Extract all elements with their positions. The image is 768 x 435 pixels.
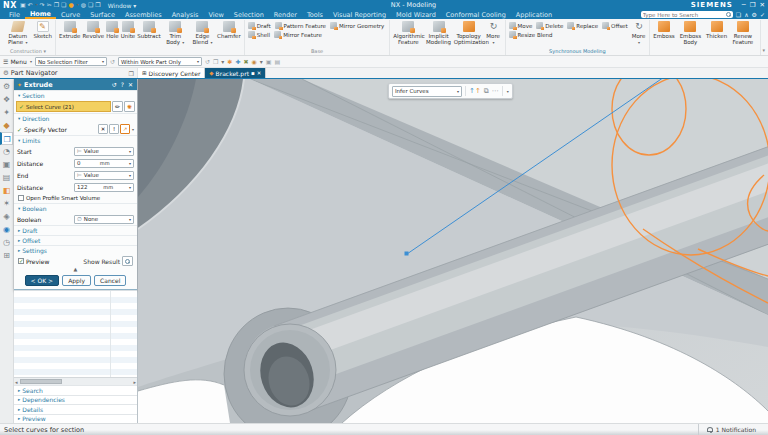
filter-reset-icon[interactable]: ↺	[110, 58, 115, 65]
start-limit-select[interactable]: ⊨Value▾	[74, 147, 134, 156]
offset-group-header[interactable]: ▸Offset	[14, 235, 137, 245]
manufacturing-icon[interactable]: ◈	[0, 210, 13, 223]
more-selection-options-icon[interactable]: ⋯	[492, 85, 499, 97]
3d-viewport[interactable]: Infer Curves▾ ↑↑ ⧉ ⋯ ▾	[138, 79, 768, 423]
ribbon-item-resize-blend[interactable]: Resize Blend	[508, 31, 556, 38]
navigator-section-dependencies[interactable]: ▸Dependencies	[14, 395, 137, 405]
ribbon-item-mirror-geometry[interactable]: Mirror Geometry	[329, 22, 387, 29]
horizontal-scrollbar[interactable]: ◂ ▸	[14, 377, 137, 385]
layers-icon[interactable]: ▤	[0, 171, 13, 184]
ribbon-item-hole[interactable]: Hole	[105, 20, 119, 39]
ok-check-icon[interactable]: ✓	[760, 11, 765, 18]
ribbon-item-replace[interactable]: Replace	[566, 22, 601, 29]
close-button[interactable]: ✕	[760, 1, 765, 9]
ribbon-customize-icon[interactable]: ▾	[761, 20, 768, 55]
vector-dialog-button[interactable]: ↗	[120, 124, 130, 134]
menu-tab-home[interactable]: Home	[25, 10, 56, 19]
clock-icon[interactable]: ◷	[0, 236, 13, 249]
ribbon-item-topology-optimization[interactable]: Topology Optimization	[453, 20, 485, 45]
open-profile-checkbox-row[interactable]: Open Profile Smart Volume	[14, 193, 137, 203]
command-search[interactable]	[641, 11, 733, 18]
ribbon-item-revolve[interactable]: Revolve	[81, 20, 105, 39]
ribbon-item-sketch[interactable]: ✎Sketch	[32, 20, 53, 39]
snap-dropdown-icon[interactable]: ▾	[221, 58, 224, 65]
ribbon-item-algorithmic-feature[interactable]: Algorithmic Feature	[392, 20, 424, 45]
reuse-library-icon[interactable]: ❒	[0, 132, 13, 145]
save-icon[interactable]: ▣	[20, 0, 26, 10]
menu-tab-visual-reporting[interactable]: Visual Reporting	[328, 10, 391, 19]
settings-group-header[interactable]: ▸Settings	[14, 245, 137, 255]
notifications-icon[interactable]: ◔	[0, 145, 13, 158]
ribbon-item-datum-plane[interactable]: Datum Plane ▾	[3, 20, 32, 45]
copy-icon[interactable]: ❐	[54, 0, 59, 10]
ribbon-item-more[interactable]: ↻More ▾	[485, 20, 503, 46]
window-icon[interactable]: ❐	[95, 0, 100, 10]
bracket-part-canvas[interactable]	[138, 79, 768, 423]
apply-button[interactable]: Apply	[62, 275, 91, 286]
ribbon-item-offset[interactable]: Offset	[601, 22, 631, 29]
part-navigator-list[interactable]	[14, 290, 137, 377]
shaded-view-icon[interactable]: ▣	[266, 58, 272, 65]
dialog-close-button[interactable]: ✕	[127, 81, 134, 88]
ok-button[interactable]: < OK >	[25, 275, 60, 286]
ribbon-item-unite[interactable]: Unite	[120, 20, 137, 39]
boolean-select[interactable]: ∅None▾	[74, 215, 134, 224]
boolean-group-header[interactable]: ▾ Boolean	[14, 203, 137, 213]
dialog-reset-button[interactable]: ↺	[111, 81, 118, 88]
microphone-icon[interactable]: ◍	[81, 0, 86, 10]
ribbon-item-more[interactable]: ↻More ▾	[631, 20, 648, 46]
command-dropdown-icon[interactable]: ▾	[77, 0, 79, 10]
ribbon-item-pattern-feature[interactable]: Pattern Feature	[274, 22, 329, 29]
window-menu[interactable]: Window ▾	[108, 2, 137, 9]
dialog-help-button[interactable]: ?	[120, 81, 125, 88]
ribbon-item-edge-blend[interactable]: Edge Blend ▾	[189, 20, 216, 45]
ribbon-item-trim-body[interactable]: Trim Body ▾	[162, 20, 189, 45]
assembly-navigator-icon[interactable]: ❖	[0, 93, 13, 106]
view-orient-icon[interactable]: ▤	[274, 58, 280, 65]
vector-inferred-button[interactable]: !	[109, 124, 119, 134]
menu-tab-selection[interactable]: Selection	[229, 10, 269, 19]
constraint-navigator-icon[interactable]: ✦	[0, 106, 13, 119]
paste-icon[interactable]: ❏	[61, 0, 66, 10]
cut-icon[interactable]: ✂	[47, 0, 52, 10]
menu-tab-conformal-cooling[interactable]: Conformal Cooling	[441, 10, 511, 19]
ribbon-item-emboss[interactable]: Emboss	[652, 20, 675, 39]
direction-group-header[interactable]: ▾ Direction	[14, 113, 137, 123]
ribbon-item-emboss-body[interactable]: Emboss Body	[676, 20, 705, 45]
redo-icon[interactable]: ↷	[40, 0, 45, 10]
toolbar-dropdown-icon[interactable]: ▾	[507, 89, 509, 94]
history-icon[interactable]: ◧	[0, 184, 13, 197]
menu-tab-curve[interactable]: Curve	[56, 10, 85, 19]
ribbon-options-icon[interactable]: ⚙	[752, 11, 757, 18]
ribbon-item-draft[interactable]: Draft	[247, 22, 274, 29]
menu-tab-analysis[interactable]: Analysis	[167, 10, 204, 19]
end-distance-input[interactable]: 122 mm▾	[74, 183, 134, 192]
limits-group-header[interactable]: ▾ Limits	[14, 135, 137, 145]
vector-reverse-button[interactable]: ✕	[98, 124, 108, 134]
scroll-left-icon[interactable]: ◂	[15, 379, 18, 385]
curve-options-button[interactable]: ✏	[112, 101, 123, 112]
start-distance-input[interactable]: 0 mm▾	[74, 159, 134, 168]
navigator-section-search[interactable]: ▸Search	[14, 385, 137, 395]
ribbon-item-chamfer[interactable]: Chamfer	[216, 20, 242, 39]
search-input[interactable]	[643, 12, 724, 18]
selection-scope-select[interactable]: Within Work Part Only▾	[118, 57, 202, 66]
ribbon-item-move[interactable]: Move	[508, 22, 536, 29]
vector-dropdown-icon[interactable]: ▾	[132, 127, 134, 132]
panel-window-icon[interactable]: ❐	[129, 70, 134, 77]
hd3d-tools-icon[interactable]: ▣	[0, 158, 13, 171]
menu-tab-view[interactable]: View	[203, 10, 228, 19]
ribbon-item-extrude[interactable]: Extrude	[58, 20, 82, 39]
scroll-right-icon[interactable]: ▸	[133, 379, 136, 385]
panel-gear-icon[interactable]: ⚙	[3, 69, 9, 77]
sketch-section-button[interactable]: ✺	[124, 101, 135, 112]
snap-center-icon[interactable]: ◉	[251, 58, 256, 65]
selection-filter-select[interactable]: No Selection Filter▾	[35, 57, 107, 66]
minimize-ribbon-icon[interactable]: ∧	[744, 11, 748, 18]
command-finder-icon[interactable]: ●	[68, 0, 73, 10]
scrollbar-thumb[interactable]	[20, 379, 62, 384]
navigator-section-details[interactable]: ▸Details	[14, 404, 137, 414]
part-navigator-icon[interactable]: ◆	[0, 119, 13, 132]
extrude-dialog-header[interactable]: ✦ Extrude ↺ ? ✕	[14, 79, 137, 90]
ribbon-item-shell[interactable]: Shell	[247, 31, 273, 38]
